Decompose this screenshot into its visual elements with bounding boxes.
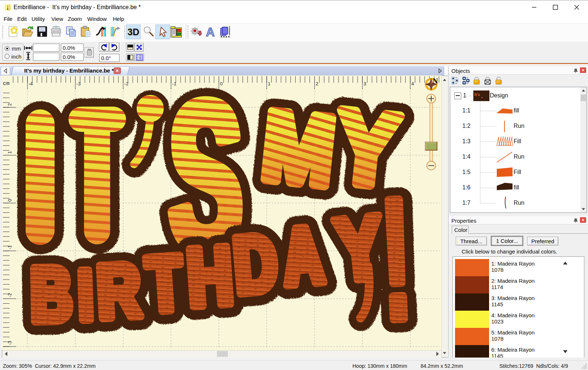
- svg-text:N: N: [433, 77, 438, 85]
- svg-text:It’s: It’s: [474, 92, 480, 97]
- svg-text:-2: -2: [7, 293, 12, 297]
- svg-text:-3: -3: [7, 341, 12, 345]
- svg-text:A: A: [206, 25, 215, 38]
